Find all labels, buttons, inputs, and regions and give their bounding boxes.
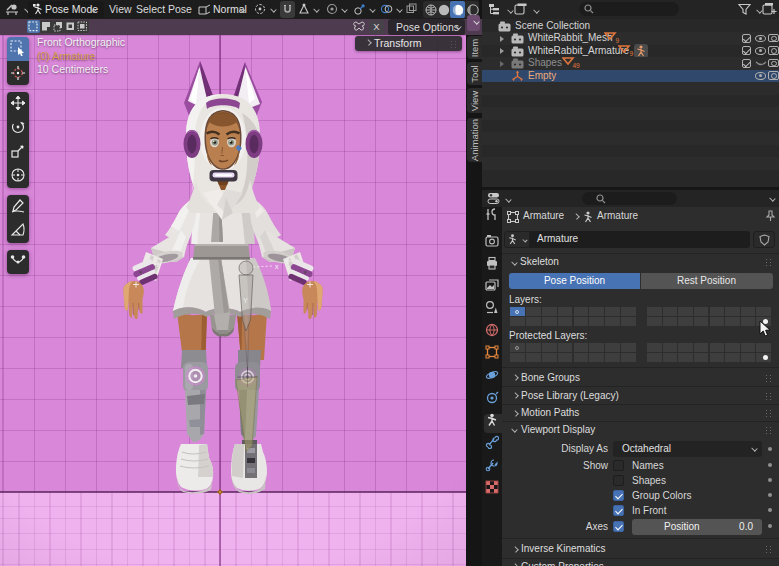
svg-text:9: 9 (630, 50, 634, 57)
svg-text:x: x (275, 263, 279, 270)
svg-text:Y: Y (243, 297, 248, 304)
svg-text:49: 49 (573, 62, 581, 69)
svg-text:9: 9 (616, 37, 620, 44)
